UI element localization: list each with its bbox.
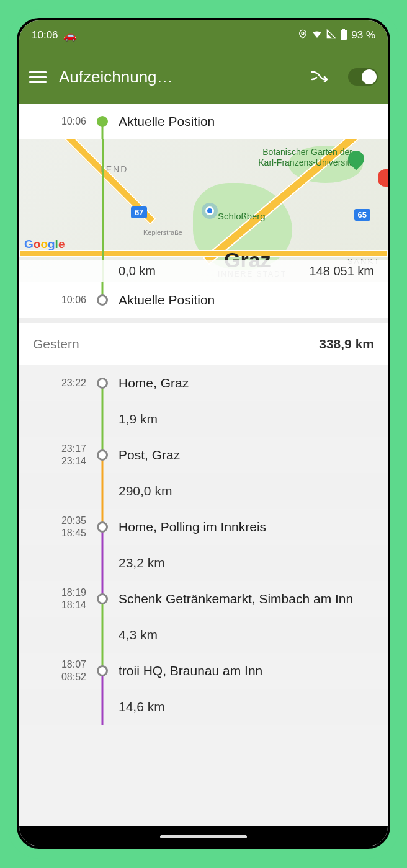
current-position-row-bottom[interactable]: 10:06 Aktuelle Position — [19, 282, 388, 318]
distance-label: 1,9 km — [111, 403, 388, 435]
location-row[interactable]: 18:0708:52troii HQ, Braunau am Inn — [19, 653, 388, 689]
svg-point-0 — [302, 32, 304, 34]
day-label: Gestern — [33, 337, 79, 352]
battery-percent: 93 % — [351, 29, 375, 42]
map-poi-label: Botanischer Garten der Karl-Franzens-Uni… — [258, 147, 357, 168]
distance-row[interactable]: .1,9 km — [19, 401, 388, 437]
map-district-label: LEND — [100, 164, 128, 174]
signal-icon — [326, 29, 336, 42]
menu-button[interactable] — [29, 71, 47, 83]
route-badge: 67 — [131, 206, 147, 218]
location-label: troii HQ, Braunau am Inn — [111, 655, 388, 687]
distance-label: 4,3 km — [111, 619, 388, 651]
svg-rect-2 — [341, 30, 347, 40]
timeline-dot — [97, 665, 108, 676]
location-icon — [298, 29, 308, 42]
distance-label: 290,0 km — [111, 475, 388, 507]
status-bar: 10:06 🚗 93 % — [19, 20, 388, 50]
location-label: Home, Polling im Innkreis — [111, 511, 388, 543]
timeline-dot — [97, 378, 108, 389]
car-icon: 🚗 — [63, 29, 76, 42]
status-time: 10:06 — [32, 29, 58, 42]
svg-rect-1 — [342, 29, 345, 30]
timeline-dot — [97, 294, 108, 306]
gesture-handle[interactable] — [160, 835, 247, 838]
distance-row[interactable]: .23,2 km — [19, 545, 388, 581]
poi-pin-icon — [378, 169, 388, 187]
time-label: 18:0708:52 — [19, 658, 94, 683]
current-location-pin — [205, 206, 214, 215]
segment-distance: 0,0 km — [119, 264, 156, 278]
timeline-dot-current — [97, 116, 108, 127]
current-position-row-top[interactable]: 10:06 Aktuelle Position — [19, 104, 388, 140]
distance-label: 14,6 km — [111, 691, 388, 723]
location-row[interactable]: 20:3518:45Home, Polling im Innkreis — [19, 509, 388, 545]
day-section-header: Gestern 338,9 km — [19, 318, 388, 365]
merge-icon[interactable] — [311, 68, 328, 86]
location-label: Home, Graz — [111, 367, 388, 399]
route-badge: 65 — [354, 209, 370, 221]
time-label: 10:06 — [19, 294, 94, 306]
timeline-content[interactable]: 10:06 Aktuelle Position LEND Botanischer… — [19, 104, 388, 826]
recording-toggle[interactable] — [348, 68, 378, 86]
location-label: Aktuelle Position — [111, 105, 388, 138]
location-row[interactable]: 23:22Home, Graz — [19, 365, 388, 401]
location-row[interactable]: 18:1918:14Schenk Getränkemarkt, Simbach … — [19, 581, 388, 617]
map-poi-label: Schloßberg — [218, 211, 266, 221]
distance-row[interactable]: .290,0 km — [19, 473, 388, 509]
distance-row[interactable]: .14,6 km — [19, 689, 388, 725]
day-total-distance: 338,9 km — [319, 337, 374, 352]
time-label: 20:3518:45 — [19, 515, 94, 539]
google-logo: Google — [24, 237, 65, 251]
app-title: Aufzeichnung… — [59, 68, 298, 87]
time-label: 18:1918:14 — [19, 587, 94, 611]
android-nav-bar[interactable] — [19, 826, 388, 846]
distance-label: 23,2 km — [111, 547, 388, 579]
distance-row[interactable]: .4,3 km — [19, 617, 388, 653]
app-bar: Aufzeichnung… — [19, 50, 388, 104]
battery-icon — [340, 29, 347, 43]
timeline-dot — [97, 521, 108, 533]
timeline-dot — [97, 593, 108, 604]
timeline-dot — [97, 450, 108, 461]
time-label: 10:06 — [19, 115, 94, 128]
location-row[interactable]: 23:1723:14Post, Graz — [19, 437, 388, 473]
map-street-label: Keplerstraße — [143, 229, 182, 236]
location-label: Schenk Getränkemarkt, Simbach am Inn — [111, 583, 388, 615]
time-label: 23:22 — [19, 377, 94, 389]
time-label: 23:1723:14 — [19, 443, 94, 467]
odometer-total: 148 051 km — [309, 264, 374, 278]
map-stats-bar: 0,0 km 148 051 km — [19, 260, 388, 282]
wifi-icon — [311, 29, 323, 43]
map-preview[interactable]: LEND Botanischer Garten der Karl-Franzen… — [19, 140, 388, 282]
location-label: Aktuelle Position — [111, 284, 388, 316]
location-label: Post, Graz — [111, 439, 388, 471]
